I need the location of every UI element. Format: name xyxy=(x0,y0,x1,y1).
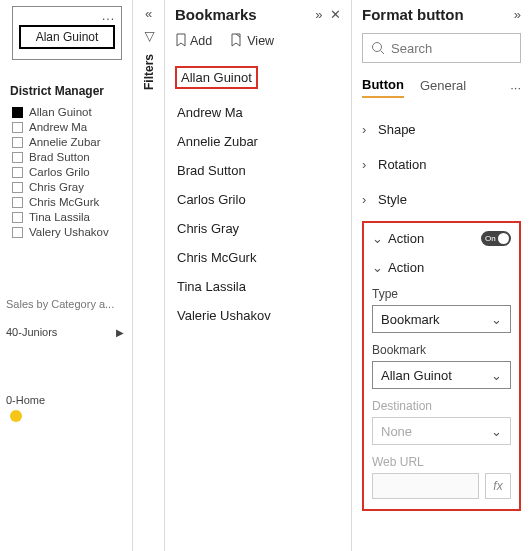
slicer-item-label: Allan Guinot xyxy=(29,106,92,118)
category-juniors-label: 40-Juniors xyxy=(6,326,57,338)
category-juniors-row[interactable]: 40-Juniors ▶ xyxy=(4,326,130,338)
checkbox-icon xyxy=(12,167,23,178)
tab-general[interactable]: General xyxy=(420,78,466,97)
destination-label: Destination xyxy=(372,399,511,413)
button-visual[interactable]: ... Alan Guinot xyxy=(12,6,122,60)
weburl-label: Web URL xyxy=(372,455,511,469)
chevron-down-icon: ⌄ xyxy=(372,231,388,246)
svg-point-0 xyxy=(373,43,382,52)
section-action-sub[interactable]: ⌄ Action xyxy=(372,254,511,277)
slicer-item[interactable]: Brad Sutton xyxy=(12,151,130,163)
bookmark-item[interactable]: Andrew Ma xyxy=(175,101,341,124)
slicer-item-label: Tina Lassila xyxy=(29,211,90,223)
category-home-label: 0-Home xyxy=(6,394,130,406)
bookmark-view-button[interactable]: View xyxy=(230,33,274,48)
slicer-item[interactable]: Chris McGurk xyxy=(12,196,130,208)
action-toggle[interactable]: On xyxy=(481,231,511,246)
chevron-down-icon: ⌄ xyxy=(491,424,502,439)
weburl-input xyxy=(372,473,479,499)
visual-options-icon[interactable]: ... xyxy=(102,9,115,23)
slicer-item[interactable]: Allan Guinot xyxy=(12,106,130,118)
slicer-item[interactable]: Carlos Grilo xyxy=(12,166,130,178)
checkbox-icon xyxy=(12,122,23,133)
bookmark-item[interactable]: Valerie Ushakov xyxy=(175,304,341,327)
svg-line-1 xyxy=(381,51,385,55)
bookmark-item[interactable]: Carlos Grilo xyxy=(175,188,341,211)
type-select[interactable]: Bookmark⌄ xyxy=(372,305,511,333)
chevron-right-icon: ▶ xyxy=(116,327,124,338)
close-icon[interactable]: ✕ xyxy=(330,7,341,22)
bookmark-item[interactable]: Chris McGurk xyxy=(175,246,341,269)
collapse-icon[interactable]: « xyxy=(133,6,164,21)
expand-icon[interactable]: » xyxy=(315,7,322,22)
expand-format-icon[interactable]: » xyxy=(514,7,521,22)
report-canvas: ... Alan Guinot District Manager Allan G… xyxy=(0,0,133,551)
bookmarks-pane: Bookmarks » ✕ Add View Allan GuinotAndre… xyxy=(165,0,352,551)
action-section-highlight: ⌄ Action On ⌄ Action Type Bookmark⌄ Book… xyxy=(362,221,521,511)
visual-sales-title: Sales by Category a... xyxy=(6,298,130,310)
bookmarks-title: Bookmarks xyxy=(175,6,257,23)
bookmark-add-button[interactable]: Add xyxy=(175,33,212,48)
checkbox-icon xyxy=(12,137,23,148)
bookmark-item[interactable]: Annelie Zubar xyxy=(175,130,341,153)
destination-select: None⌄ xyxy=(372,417,511,445)
slicer-item-label: Chris Gray xyxy=(29,181,84,193)
slicer-item[interactable]: Valery Ushakov xyxy=(12,226,130,238)
slicer-item[interactable]: Tina Lassila xyxy=(12,211,130,223)
slicer-item-label: Valery Ushakov xyxy=(29,226,109,238)
chevron-right-icon: › xyxy=(362,122,378,137)
filter-icon: ◁ xyxy=(141,21,156,52)
search-icon xyxy=(371,41,385,55)
bookmark-label: Bookmark xyxy=(372,343,511,357)
section-rotation[interactable]: ›Rotation xyxy=(362,147,521,182)
filters-pane-collapsed[interactable]: « ◁ Filters xyxy=(133,0,165,551)
format-title: Format button xyxy=(362,6,464,23)
search-input[interactable]: Search xyxy=(362,33,521,63)
filters-label: Filters xyxy=(142,54,156,90)
chevron-right-icon: › xyxy=(362,192,378,207)
fx-button[interactable]: fx xyxy=(485,473,511,499)
format-pane: Format button » Search Button General ··… xyxy=(352,0,531,551)
slicer-item[interactable]: Andrew Ma xyxy=(12,121,130,133)
chevron-down-icon: ⌄ xyxy=(491,312,502,327)
slicer-item-label: Carlos Grilo xyxy=(29,166,90,178)
checkbox-icon xyxy=(12,227,23,238)
bookmark-item[interactable]: Tina Lassila xyxy=(175,275,341,298)
checkbox-icon xyxy=(12,152,23,163)
chevron-down-icon: ⌄ xyxy=(491,368,502,383)
button-visual-label: Alan Guinot xyxy=(19,25,115,49)
slicer-item-label: Annelie Zubar xyxy=(29,136,101,148)
slicer-item[interactable]: Chris Gray xyxy=(12,181,130,193)
bookmark-item[interactable]: Brad Sutton xyxy=(175,159,341,182)
slicer-list: Allan GuinotAndrew MaAnnelie ZubarBrad S… xyxy=(4,106,130,238)
bookmarks-list: Allan GuinotAndrew MaAnnelie ZubarBrad S… xyxy=(175,60,341,327)
tab-more-icon[interactable]: ··· xyxy=(510,80,521,95)
slicer-item[interactable]: Annelie Zubar xyxy=(12,136,130,148)
bookmark-select[interactable]: Allan Guinot⌄ xyxy=(372,361,511,389)
slicer-item-label: Brad Sutton xyxy=(29,151,90,163)
checkbox-icon xyxy=(12,107,23,118)
slicer-item-label: Chris McGurk xyxy=(29,196,99,208)
checkbox-icon xyxy=(12,197,23,208)
slicer-title: District Manager xyxy=(10,84,130,98)
chevron-down-icon: ⌄ xyxy=(372,260,388,275)
bookmark-item[interactable]: Chris Gray xyxy=(175,217,341,240)
tab-button[interactable]: Button xyxy=(362,77,404,98)
checkbox-icon xyxy=(12,212,23,223)
section-action-header[interactable]: ⌄ Action On xyxy=(372,229,511,254)
legend-dot-icon xyxy=(10,410,22,422)
type-label: Type xyxy=(372,287,511,301)
search-placeholder: Search xyxy=(391,41,432,56)
section-style[interactable]: ›Style xyxy=(362,182,521,217)
bookmark-item[interactable]: Allan Guinot xyxy=(175,66,258,89)
checkbox-icon xyxy=(12,182,23,193)
section-shape[interactable]: ›Shape xyxy=(362,112,521,147)
chevron-right-icon: › xyxy=(362,157,378,172)
slicer-item-label: Andrew Ma xyxy=(29,121,87,133)
